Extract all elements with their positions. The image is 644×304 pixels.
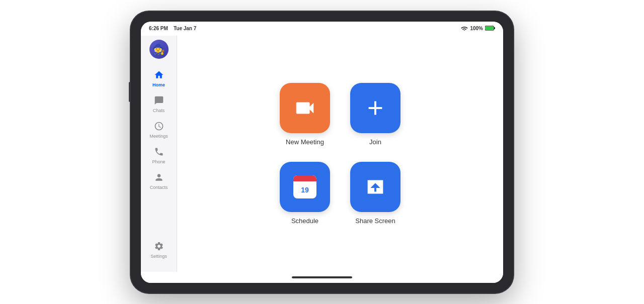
join-action[interactable]: Join bbox=[350, 83, 400, 146]
new-meeting-action[interactable]: New Meeting bbox=[280, 83, 330, 146]
calendar-icon: 19 bbox=[293, 175, 316, 198]
share-screen-label: Share Screen bbox=[355, 217, 395, 225]
battery-level: 100% bbox=[470, 26, 483, 31]
contacts-label: Contacts bbox=[150, 185, 168, 190]
action-grid: New Meeting Join bbox=[280, 83, 400, 225]
main-area: 🧙 Home Chats bbox=[141, 36, 503, 272]
join-button[interactable] bbox=[350, 83, 400, 133]
phone-label: Phone bbox=[152, 159, 165, 164]
status-time: 6:26 PM bbox=[149, 26, 168, 31]
settings-label: Settings bbox=[150, 254, 167, 259]
sidebar-item-chats[interactable]: Chats bbox=[144, 92, 174, 116]
sidebar-bottom: Settings bbox=[144, 238, 174, 262]
gear-icon bbox=[154, 241, 164, 253]
svg-rect-2 bbox=[486, 26, 494, 30]
battery-icon bbox=[485, 26, 495, 32]
clock-icon bbox=[154, 121, 164, 133]
contacts-icon bbox=[154, 172, 164, 184]
sidebar-item-contacts[interactable]: Contacts bbox=[144, 169, 174, 193]
status-bar: 6:26 PM Tue Jan 7 100% bbox=[141, 22, 503, 36]
home-label: Home bbox=[152, 82, 165, 87]
phone-icon bbox=[154, 147, 164, 158]
ipad-screen: 6:26 PM Tue Jan 7 100% bbox=[141, 22, 503, 283]
home-icon bbox=[154, 70, 164, 81]
content-area: New Meeting Join bbox=[177, 36, 503, 272]
chat-icon bbox=[154, 95, 164, 107]
status-right: 100% bbox=[461, 26, 495, 32]
share-screen-button[interactable] bbox=[350, 162, 400, 212]
wifi-icon bbox=[461, 26, 468, 32]
nav-items: Home Chats Meetings bbox=[141, 67, 177, 193]
status-time-date: 6:26 PM Tue Jan 7 bbox=[149, 26, 196, 31]
sidebar: 🧙 Home Chats bbox=[141, 36, 177, 272]
avatar[interactable]: 🧙 bbox=[149, 40, 169, 59]
schedule-label: Schedule bbox=[291, 217, 318, 225]
chats-label: Chats bbox=[153, 108, 165, 113]
join-label: Join bbox=[369, 138, 381, 146]
meetings-label: Meetings bbox=[149, 134, 168, 139]
sidebar-item-meetings[interactable]: Meetings bbox=[144, 118, 174, 142]
sidebar-item-phone[interactable]: Phone bbox=[144, 144, 174, 167]
status-date: Tue Jan 7 bbox=[174, 26, 196, 31]
share-screen-action[interactable]: Share Screen bbox=[350, 162, 400, 225]
svg-rect-1 bbox=[494, 27, 495, 29]
home-bar bbox=[292, 276, 352, 278]
home-indicator bbox=[141, 272, 503, 283]
ipad-shell: 6:26 PM Tue Jan 7 100% bbox=[131, 12, 513, 293]
schedule-button[interactable]: 19 bbox=[280, 162, 330, 212]
new-meeting-label: New Meeting bbox=[286, 138, 324, 146]
new-meeting-button[interactable] bbox=[280, 83, 330, 133]
sidebar-item-home[interactable]: Home bbox=[144, 67, 174, 90]
schedule-action[interactable]: 19 Schedule bbox=[280, 162, 330, 225]
sidebar-item-settings[interactable]: Settings bbox=[144, 238, 174, 262]
